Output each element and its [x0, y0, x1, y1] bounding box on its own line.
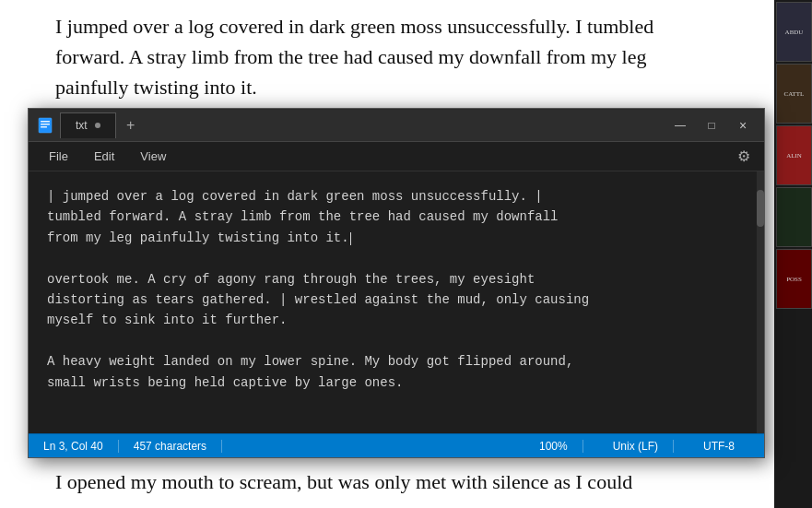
view-menu[interactable]: View — [127, 146, 179, 167]
encoding[interactable]: UTF-8 — [703, 440, 749, 453]
thumb-3: ALIN — [776, 125, 812, 185]
edit-menu[interactable]: Edit — [81, 146, 127, 167]
close-button[interactable]: × — [729, 114, 757, 136]
background-bottom-text: I opened my mouth to scream, but was onl… — [0, 455, 774, 508]
settings-icon[interactable]: ⚙ — [731, 144, 757, 170]
notepad-window: txt + — □ × File Edit View ⚙ | jumped ov… — [28, 108, 765, 458]
svg-rect-2 — [41, 124, 50, 125]
thumb-4 — [776, 187, 812, 247]
character-count: 457 characters — [134, 440, 222, 453]
window-controls: — □ × — [666, 114, 757, 136]
maximize-button[interactable]: □ — [698, 114, 725, 136]
thumb-5: POSS — [776, 249, 812, 309]
tab-unsaved-dot — [95, 123, 100, 128]
tab-area: txt + — [60, 112, 661, 138]
thumb-2: CATTL — [776, 64, 812, 124]
editor-text[interactable]: | jumped over a log covered in dark gree… — [47, 186, 746, 393]
scrollbar-thumb[interactable] — [757, 190, 764, 227]
menu-items: File Edit View — [36, 146, 731, 167]
file-menu[interactable]: File — [36, 146, 81, 167]
titlebar: txt + — □ × — [29, 109, 764, 142]
notepad-icon — [36, 116, 54, 135]
zoom-level[interactable]: 100% — [539, 440, 583, 453]
svg-rect-0 — [39, 118, 52, 133]
statusbar: Ln 3, Col 40 457 characters 100% Unix (L… — [29, 433, 764, 457]
thumb-1: ABDU — [776, 2, 812, 62]
svg-rect-1 — [41, 121, 50, 123]
cursor-position: Ln 3, Col 40 — [43, 440, 119, 453]
status-right: 100% Unix (LF) UTF-8 — [539, 440, 749, 453]
tab-label: txt — [76, 119, 88, 132]
minimize-button[interactable]: — — [666, 114, 694, 136]
background-top-text: I jumped over a log covered in dark gree… — [0, 0, 774, 113]
editor-area[interactable]: | jumped over a log covered in dark gree… — [29, 171, 764, 433]
scrollbar[interactable] — [757, 171, 764, 433]
sidebar-thumbnails: ABDU CATTL ALIN POSS — [774, 0, 812, 508]
active-tab[interactable]: txt — [60, 112, 116, 138]
new-tab-button[interactable]: + — [120, 114, 142, 136]
line-ending[interactable]: Unix (LF) — [613, 440, 674, 453]
svg-rect-3 — [41, 126, 47, 128]
menubar: File Edit View ⚙ — [29, 142, 764, 171]
